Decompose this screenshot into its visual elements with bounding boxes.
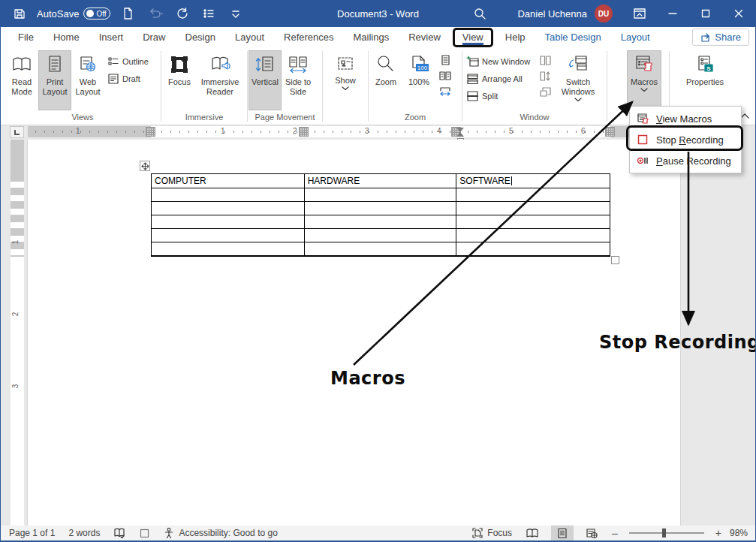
tab-table-layout[interactable]: Layout: [611, 29, 660, 47]
tab-review[interactable]: Review: [399, 29, 450, 47]
table-column-marker[interactable]: [605, 127, 615, 137]
document-page[interactable]: COMPUTER HARDWARE SOFTWARE: [28, 140, 680, 525]
ruler-number: 4: [437, 127, 441, 135]
share-label: Share: [715, 32, 741, 43]
menu-item-view-macros[interactable]: View Macros: [630, 108, 741, 129]
web-layout-icon: [77, 54, 98, 75]
hanging-indent-marker[interactable]: [456, 132, 464, 137]
accessibility-status[interactable]: Accessibility: Good to go: [161, 525, 279, 540]
immersive-reader-button[interactable]: Immersive Reader: [197, 50, 243, 110]
one-page-button[interactable]: [438, 53, 453, 67]
tab-layout[interactable]: Layout: [225, 29, 274, 47]
proofing-errors-button[interactable]: [112, 525, 128, 540]
table-resize-handle[interactable]: [611, 256, 619, 264]
repeat-icon[interactable]: [172, 4, 191, 23]
customize-qat-chevron-icon[interactable]: [226, 4, 245, 23]
word-application-window: AutoSave Off Document3 - Wor: [0, 0, 756, 542]
tab-design[interactable]: Design: [176, 29, 225, 47]
tab-help[interactable]: Help: [495, 29, 535, 47]
read-mode-button[interactable]: Read Mode: [5, 50, 38, 110]
focus-button[interactable]: Focus: [162, 50, 197, 110]
print-layout-view-button[interactable]: [551, 525, 574, 540]
tab-references[interactable]: References: [274, 29, 343, 47]
tab-mailings[interactable]: Mailings: [344, 29, 399, 47]
tab-file[interactable]: File: [8, 29, 44, 47]
properties-button[interactable]: S Properties: [683, 50, 727, 110]
switch-windows-button[interactable]: Switch Windows: [555, 50, 601, 110]
table-cell[interactable]: COMPUTER: [152, 174, 305, 188]
zoom-percentage[interactable]: 98%: [730, 528, 748, 538]
search-icon[interactable]: [465, 0, 495, 27]
vertical-button[interactable]: Vertical: [248, 50, 282, 110]
menu-item-pause-recording[interactable]: Pause Recording: [630, 150, 741, 171]
zoom-out-button[interactable]: –: [610, 527, 620, 539]
zoom-button[interactable]: Zoom: [369, 50, 402, 110]
draft-button[interactable]: Draft: [107, 71, 149, 86]
side-to-side-button[interactable]: Side to Side: [282, 50, 315, 110]
table-move-handle[interactable]: [140, 161, 150, 171]
reset-window-position-icon: [539, 86, 552, 98]
outline-button[interactable]: Outline: [107, 53, 149, 69]
print-layout-button[interactable]: Print Layout: [38, 50, 71, 110]
table-row[interactable]: [152, 202, 610, 215]
table-cell[interactable]: SOFTWARE: [456, 174, 610, 188]
vertical-ruler[interactable]: 1 2 3: [11, 140, 24, 525]
autosave-toggle[interactable]: AutoSave Off: [37, 8, 110, 20]
bullet-list-icon[interactable]: [199, 4, 218, 23]
reset-window-position-button[interactable]: [538, 85, 553, 98]
tab-insert[interactable]: Insert: [89, 29, 134, 47]
avatar[interactable]: DU: [595, 5, 613, 23]
maximize-button[interactable]: [689, 0, 722, 27]
accessibility-icon: [163, 527, 175, 539]
undo-icon[interactable]: [145, 4, 164, 23]
group-separator: [462, 51, 462, 122]
new-document-icon[interactable]: [118, 4, 137, 23]
table-cell[interactable]: HARDWARE: [304, 174, 456, 188]
save-icon[interactable]: [10, 4, 29, 23]
split-button[interactable]: Split: [466, 88, 534, 104]
table-row[interactable]: [152, 242, 610, 256]
word-count[interactable]: 2 words: [67, 525, 101, 540]
new-window-button[interactable]: New Window: [466, 53, 534, 69]
user-name[interactable]: Daniel Uchenna: [517, 8, 587, 20]
table-column-marker[interactable]: [146, 127, 155, 137]
share-button[interactable]: Share: [692, 29, 749, 46]
read-mode-view-button[interactable]: [520, 525, 545, 540]
table-row[interactable]: [152, 188, 610, 202]
tab-stop-selector[interactable]: [10, 126, 24, 138]
document-table[interactable]: COMPUTER HARDWARE SOFTWARE: [151, 173, 610, 257]
synchronous-scrolling-button[interactable]: [538, 69, 553, 83]
page-width-button[interactable]: [438, 85, 453, 98]
ruler-number: 2: [11, 312, 20, 317]
tab-table-design[interactable]: Table Design: [535, 29, 611, 47]
show-dropdown-button[interactable]: Show: [326, 50, 365, 110]
table-row[interactable]: [152, 215, 610, 229]
view-side-by-side-button[interactable]: [538, 53, 553, 67]
table-row[interactable]: [152, 229, 610, 242]
menu-item-stop-recording[interactable]: Stop Recording: [630, 129, 741, 150]
zoom-slider-thumb[interactable]: [662, 528, 666, 537]
tab-draw[interactable]: Draw: [133, 29, 175, 47]
zoom-100-button[interactable]: 100 100%: [402, 50, 435, 110]
view-side-by-side-icon: [539, 55, 552, 66]
focus-button-statusbar[interactable]: Focus: [470, 525, 514, 540]
properties-icon: S: [694, 54, 715, 75]
multiple-pages-button[interactable]: [438, 69, 453, 83]
minimize-button[interactable]: [656, 0, 689, 27]
web-layout-view-button[interactable]: [580, 525, 604, 540]
horizontal-ruler[interactable]: 1 1 2 3 4 5 6 7: [28, 126, 680, 137]
zoom-in-button[interactable]: +: [713, 527, 724, 539]
tab-home[interactable]: Home: [44, 29, 89, 47]
macro-recording-button[interactable]: [138, 525, 151, 540]
chevron-down-icon: [342, 86, 349, 91]
page-indicator[interactable]: Page 1 of 1: [8, 525, 56, 540]
ribbon-display-options-icon[interactable]: [623, 0, 656, 27]
tab-view[interactable]: View: [455, 32, 491, 43]
web-layout-button[interactable]: Web Layout: [71, 50, 104, 110]
zoom-slider[interactable]: [629, 532, 704, 534]
table-column-marker[interactable]: [299, 127, 309, 137]
arrange-all-button[interactable]: Arrange All: [466, 71, 534, 86]
autosave-switch[interactable]: Off: [83, 8, 110, 20]
macros-button[interactable]: Macros: [627, 50, 661, 110]
close-button[interactable]: [722, 0, 755, 27]
